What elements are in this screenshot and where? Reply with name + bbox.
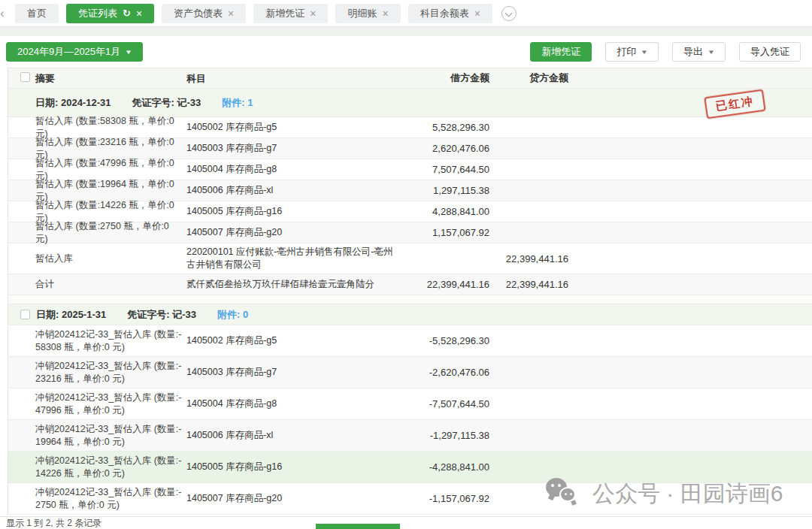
table-row[interactable]: 暂估入库 (数量:2750 瓶，单价:0 元) 1405007 库存商品-g20…: [8, 222, 812, 243]
account-cell: 1405002 库存商品-g5: [186, 121, 409, 134]
select-all-checkbox[interactable]: [20, 72, 30, 82]
tab-overflow-button[interactable]: [501, 6, 517, 21]
tab-detail-ledger[interactable]: 明细账 ×: [335, 4, 400, 23]
debit-cell: 5,528,296.30: [409, 122, 489, 133]
voucher-checkbox[interactable]: [20, 310, 30, 319]
account-cell: 1405006 库存商品-xl: [186, 184, 409, 197]
background-band: [0, 27, 812, 36]
caret-down-icon: ▼: [641, 49, 648, 56]
table-row[interactable]: 冲销202412记-33_暂估入库 (数量:-47996 瓶，单价:0 元) 1…: [8, 388, 812, 420]
record-count-text: 显示 1 到 2, 共 2 条记录: [6, 517, 102, 529]
watermark: 公众号 · 田园诗画6: [546, 478, 783, 509]
table-row[interactable]: 暂估入库 220200101 应付账款-亳州古井销售有限公司-亳州古井销售有限公…: [8, 243, 812, 274]
table-row[interactable]: 冲销202412记-33_暂估入库 (数量:-19964 瓶，单价:0 元) 1…: [8, 420, 812, 452]
close-icon[interactable]: ×: [310, 8, 316, 19]
account-cell: 1405005 库存商品-g16: [186, 461, 409, 473]
debit-cell: -1,157,067.92: [409, 493, 489, 504]
tab-new-voucher[interactable]: 新增凭证 ×: [253, 4, 328, 23]
tab-label: 明细账: [347, 7, 377, 20]
new-voucher-button[interactable]: 新增凭证: [530, 42, 592, 62]
summary-cell: 暂估入库 (数量:2750 瓶，单价:0 元): [35, 220, 186, 246]
export-label: 导出: [683, 45, 703, 59]
voucher-table: 摘要 科目 借方金额 贷方金额 日期: 2024-12-31 凭证字号: 记-3…: [8, 68, 812, 515]
close-icon[interactable]: ×: [136, 8, 142, 19]
record-count-bar: 显示 1 到 2, 共 2 条记录: [0, 516, 812, 529]
tab-bar: ‹ 首页 凭证列表 ↻ × 资产负债表 × 新增凭证 × 明细账 × 科目余额表…: [0, 0, 812, 27]
tab-label: 资产负债表: [174, 7, 223, 20]
tab-account-balance[interactable]: 科目余额表 ×: [408, 4, 492, 23]
new-voucher-label: 新增凭证: [541, 45, 580, 59]
date-range-label: 2024年9月—2025年1月: [17, 45, 120, 59]
debit-cell: -5,528,296.30: [409, 335, 489, 346]
voucher-number: 凭证字号: 记-33: [127, 308, 196, 322]
voucher-date: 日期: 2024-12-31: [35, 96, 111, 110]
table-row[interactable]: 冲销202412记-33_暂估入库 (数量:-58308 瓶，单价:0 元) 1…: [8, 325, 812, 357]
tab-balance-sheet[interactable]: 资产负债表 ×: [162, 4, 246, 23]
chevron-down-icon: [504, 9, 512, 17]
debit-cell: 1,157,067.92: [409, 227, 489, 238]
summary-cell: 暂估入库: [35, 252, 186, 265]
summary-cell: 冲销202412记-33_暂估入库 (数量:-19964 瓶，单价:0 元): [35, 423, 186, 449]
account-cell: 1405006 库存商品-xl: [186, 429, 409, 442]
total-credit: 22,399,441.16: [489, 279, 568, 290]
close-icon[interactable]: ×: [228, 8, 234, 19]
column-header-account: 科目: [186, 72, 409, 85]
voucher-date: 日期: 2025-1-31: [36, 308, 106, 322]
watermark-text: 公众号 · 田园诗画6: [592, 479, 783, 509]
summary-cell: 冲销202412记-33_暂估入库 (数量:-14226 瓶，单价:0 元): [35, 455, 186, 480]
tab-label: 凭证列表: [78, 7, 117, 20]
table-row[interactable]: 冲销202412记-33_暂估入库 (数量:-23216 瓶，单价:0 元) 1…: [8, 357, 812, 388]
tab-voucher-list[interactable]: 凭证列表 ↻ ×: [66, 4, 154, 23]
tab-scroll-left-icon[interactable]: ‹: [0, 7, 8, 20]
voucher-group-header[interactable]: 日期: 2024-12-31 凭证字号: 记-33 附件: 1: [8, 89, 812, 117]
account-cell: 1405002 库存商品-g5: [186, 334, 409, 347]
debit-cell: -7,507,644.50: [409, 398, 489, 410]
account-cell: 1405004 库存商品-g8: [186, 398, 409, 410]
debit-cell: 2,620,476.06: [409, 143, 489, 154]
bottom-green-strip: [316, 524, 400, 529]
tab-home[interactable]: 首页: [15, 4, 59, 23]
tab-label: 新增凭证: [265, 7, 304, 20]
debit-cell: 4,288,841.00: [409, 206, 489, 217]
import-voucher-label: 导入凭证: [750, 45, 789, 59]
summary-cell: 冲销202412记-33_暂估入库 (数量:-58308 瓶，单价:0 元): [35, 328, 186, 354]
close-icon[interactable]: ×: [382, 8, 388, 19]
account-cell: 220200101 应付账款-亳州古井销售有限公司-亳州古井销售有限公司: [186, 246, 409, 271]
column-header-debit: 借方金额: [409, 71, 489, 85]
caret-down-icon: ▼: [125, 49, 132, 56]
summary-cell: 冲销202412记-33_暂估入库 (数量:-2750 瓶，单价:0 元): [35, 486, 186, 512]
total-row: 合计 贰仟贰佰叁拾玖万玖仟肆佰肆拾壹元壹角陆分 22,399,441.16 22…: [8, 274, 812, 295]
summary-cell: 冲销202412记-33_暂估入库 (数量:-23216 瓶，单价:0 元): [35, 360, 186, 385]
attachment-link[interactable]: 附件: 1: [222, 96, 253, 110]
account-cell: 1405007 库存商品-g20: [186, 492, 409, 505]
credit-cell: 22,399,441.16: [489, 253, 568, 264]
wechat-icon: [546, 478, 583, 509]
account-cell: 1405003 库存商品-g7: [186, 142, 409, 155]
tab-label: 科目余额表: [420, 7, 469, 20]
column-header-summary: 摘要: [35, 72, 186, 85]
debit-cell: 1,297,115.38: [409, 185, 489, 196]
export-button[interactable]: 导出 ▼: [672, 42, 726, 62]
debit-cell: -2,620,476.06: [409, 367, 489, 378]
import-voucher-button[interactable]: 导入凭证: [739, 42, 801, 62]
account-cell: 1405007 库存商品-g20: [186, 226, 409, 239]
group-gap: [8, 295, 812, 304]
attachment-link[interactable]: 附件: 0: [217, 308, 248, 322]
date-range-button[interactable]: 2024年9月—2025年1月 ▼: [6, 42, 143, 62]
tab-label: 首页: [27, 7, 47, 20]
voucher-group-header[interactable]: 日期: 2025-1-31 凭证字号: 记-33 附件: 0: [8, 304, 812, 325]
debit-cell: -4,288,841.00: [409, 461, 489, 473]
account-cell: 1405005 库存商品-g16: [186, 205, 409, 218]
summary-cell: 冲销202412记-33_暂估入库 (数量:-47996 瓶，单价:0 元): [35, 391, 186, 417]
refresh-icon[interactable]: ↻: [123, 8, 131, 18]
total-label: 合计: [35, 278, 186, 291]
debit-cell: -1,297,115.38: [409, 430, 489, 441]
toolbar: 2024年9月—2025年1月 ▼ 新增凭证 打印 ▼ 导出 ▼ 导入凭证 整: [0, 36, 812, 68]
total-amount-in-words: 贰仟贰佰叁拾玖万玖仟肆佰肆拾壹元壹角陆分: [186, 278, 409, 291]
account-cell: 1405003 库存商品-g7: [186, 366, 409, 379]
total-debit: 22,399,441.16: [409, 279, 489, 290]
close-icon[interactable]: ×: [474, 8, 480, 19]
column-header-credit: 贷方金额: [489, 71, 568, 85]
caret-down-icon: ▼: [707, 49, 715, 56]
print-button[interactable]: 打印 ▼: [605, 42, 659, 62]
